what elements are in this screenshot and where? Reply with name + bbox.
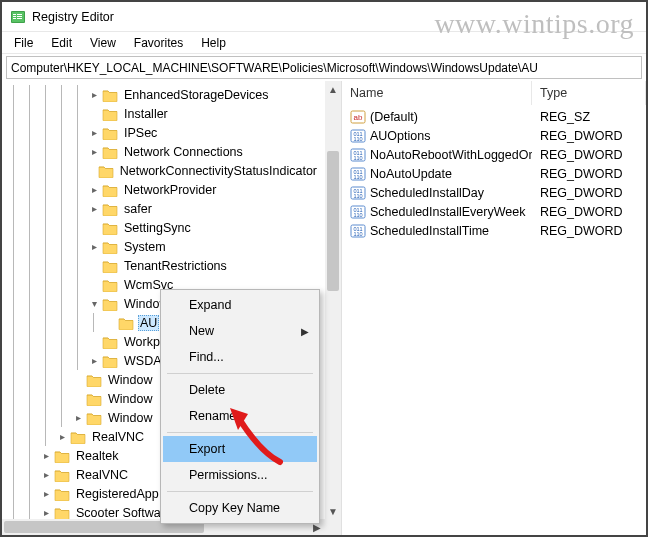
tree-node-label: System bbox=[122, 240, 168, 254]
content: ▸EnhancedStorageDevicesInstaller▸IPSec▸N… bbox=[2, 81, 646, 535]
chevron-right-icon[interactable]: ▸ bbox=[38, 507, 54, 518]
column-name[interactable]: Name bbox=[342, 81, 532, 105]
context-menu-item[interactable]: Expand bbox=[163, 292, 317, 318]
value-type: REG_DWORD bbox=[532, 224, 646, 238]
value-row[interactable]: 011110ScheduledInstallDayREG_DWORD bbox=[342, 183, 646, 202]
tree-node[interactable]: ▸EnhancedStorageDevices bbox=[6, 85, 325, 104]
value-row[interactable]: ab(Default)REG_SZ bbox=[342, 107, 646, 126]
svg-rect-6 bbox=[17, 16, 22, 17]
context-menu-label: Rename bbox=[189, 409, 236, 423]
value-row[interactable]: 011110NoAutoUpdateREG_DWORD bbox=[342, 164, 646, 183]
menu-favorites[interactable]: Favorites bbox=[126, 34, 191, 52]
dword-value-icon: 011110 bbox=[350, 128, 366, 144]
value-name: (Default) bbox=[370, 110, 418, 124]
value-row[interactable]: 011110ScheduledInstallEveryWeekREG_DWORD bbox=[342, 202, 646, 221]
tree-node[interactable]: ▸NetworkProvider bbox=[6, 180, 325, 199]
tree-node-label: RegisteredApp bbox=[74, 487, 161, 501]
chevron-down-icon[interactable]: ▾ bbox=[86, 298, 102, 309]
value-type: REG_SZ bbox=[532, 110, 646, 124]
context-menu-item[interactable]: Export bbox=[163, 436, 317, 462]
app-icon bbox=[10, 9, 26, 25]
folder-icon bbox=[102, 297, 118, 311]
folder-icon bbox=[102, 354, 118, 368]
chevron-right-icon[interactable]: ▸ bbox=[86, 203, 102, 214]
context-menu-item[interactable]: Find... bbox=[163, 344, 317, 370]
folder-icon bbox=[102, 183, 118, 197]
context-menu-label: Export bbox=[189, 442, 225, 456]
context-menu-separator bbox=[167, 432, 313, 433]
scroll-thumb-vertical[interactable] bbox=[327, 151, 339, 291]
svg-text:110: 110 bbox=[353, 193, 362, 199]
tree-node[interactable]: NetworkConnectivityStatusIndicator bbox=[6, 161, 325, 180]
svg-text:110: 110 bbox=[353, 212, 362, 218]
column-type[interactable]: Type bbox=[532, 81, 646, 105]
tree-node[interactable]: TenantRestrictions bbox=[6, 256, 325, 275]
address-bar[interactable]: Computer\HKEY_LOCAL_MACHINE\SOFTWARE\Pol… bbox=[6, 56, 642, 79]
values-list[interactable]: ab(Default)REG_SZ011110AUOptionsREG_DWOR… bbox=[342, 105, 646, 240]
value-row[interactable]: 011110NoAutoRebootWithLoggedOnU...REG_DW… bbox=[342, 145, 646, 164]
chevron-right-icon[interactable]: ▸ bbox=[86, 241, 102, 252]
value-row[interactable]: 011110AUOptionsREG_DWORD bbox=[342, 126, 646, 145]
tree-node-label: RealVNC bbox=[74, 468, 130, 482]
context-menu-item[interactable]: Delete bbox=[163, 377, 317, 403]
context-menu-item[interactable]: Permissions... bbox=[163, 462, 317, 488]
tree-node[interactable]: ▸IPSec bbox=[6, 123, 325, 142]
svg-text:110: 110 bbox=[353, 136, 362, 142]
value-type: REG_DWORD bbox=[532, 205, 646, 219]
chevron-right-icon[interactable]: ▸ bbox=[38, 450, 54, 461]
tree-node-label: IPSec bbox=[122, 126, 159, 140]
folder-icon bbox=[102, 107, 118, 121]
context-menu-item[interactable]: New▶ bbox=[163, 318, 317, 344]
scroll-down-icon[interactable]: ▼ bbox=[325, 503, 341, 519]
tree-node-label: SettingSync bbox=[122, 221, 193, 235]
tree-node[interactable]: ▸Network Connections bbox=[6, 142, 325, 161]
dword-value-icon: 011110 bbox=[350, 147, 366, 163]
context-menu-item[interactable]: Rename bbox=[163, 403, 317, 429]
tree-node[interactable]: ▸safer bbox=[6, 199, 325, 218]
tree-node[interactable]: SettingSync bbox=[6, 218, 325, 237]
tree-node[interactable]: ▸System bbox=[6, 237, 325, 256]
tree-node-label: AU bbox=[138, 315, 159, 331]
chevron-right-icon[interactable]: ▸ bbox=[86, 146, 102, 157]
folder-icon bbox=[102, 240, 118, 254]
folder-icon bbox=[118, 316, 134, 330]
scroll-up-icon[interactable]: ▲ bbox=[325, 81, 341, 97]
chevron-right-icon[interactable]: ▸ bbox=[38, 488, 54, 499]
tree-scrollbar-vertical[interactable]: ▲ ▼ bbox=[325, 81, 341, 519]
window-title: Registry Editor bbox=[32, 10, 114, 24]
menu-edit[interactable]: Edit bbox=[43, 34, 80, 52]
chevron-right-icon[interactable]: ▸ bbox=[38, 469, 54, 480]
tree-node-label: Scooter Softwa bbox=[74, 506, 163, 520]
svg-text:110: 110 bbox=[353, 174, 362, 180]
context-menu-label: Expand bbox=[189, 298, 231, 312]
string-value-icon: ab bbox=[350, 109, 366, 125]
svg-rect-7 bbox=[17, 18, 22, 19]
chevron-right-icon[interactable]: ▸ bbox=[54, 431, 70, 442]
folder-icon bbox=[102, 259, 118, 273]
folder-icon bbox=[86, 392, 102, 406]
tree-node[interactable]: Installer bbox=[6, 104, 325, 123]
folder-icon bbox=[54, 487, 70, 501]
menubar: File Edit View Favorites Help bbox=[2, 32, 646, 54]
tree-node-label: Realtek bbox=[74, 449, 120, 463]
menu-view[interactable]: View bbox=[82, 34, 124, 52]
context-menu-label: Delete bbox=[189, 383, 225, 397]
chevron-right-icon[interactable]: ▸ bbox=[86, 127, 102, 138]
context-menu[interactable]: ExpandNew▶Find...DeleteRenameExportPermi… bbox=[160, 289, 320, 524]
value-row[interactable]: 011110ScheduledInstallTimeREG_DWORD bbox=[342, 221, 646, 240]
tree-node-label: Workp bbox=[122, 335, 162, 349]
menu-file[interactable]: File bbox=[6, 34, 41, 52]
folder-icon bbox=[86, 373, 102, 387]
svg-text:ab: ab bbox=[354, 113, 363, 122]
folder-icon bbox=[102, 278, 118, 292]
tree-node-label: NetworkProvider bbox=[122, 183, 218, 197]
titlebar: Registry Editor bbox=[2, 2, 646, 32]
context-menu-item[interactable]: Copy Key Name bbox=[163, 495, 317, 521]
chevron-right-icon[interactable]: ▸ bbox=[70, 412, 86, 423]
scroll-corner bbox=[325, 519, 341, 535]
chevron-right-icon[interactable]: ▸ bbox=[86, 355, 102, 366]
chevron-right-icon[interactable]: ▸ bbox=[86, 184, 102, 195]
menu-help[interactable]: Help bbox=[193, 34, 234, 52]
chevron-right-icon[interactable]: ▸ bbox=[86, 89, 102, 100]
svg-rect-2 bbox=[13, 14, 16, 15]
